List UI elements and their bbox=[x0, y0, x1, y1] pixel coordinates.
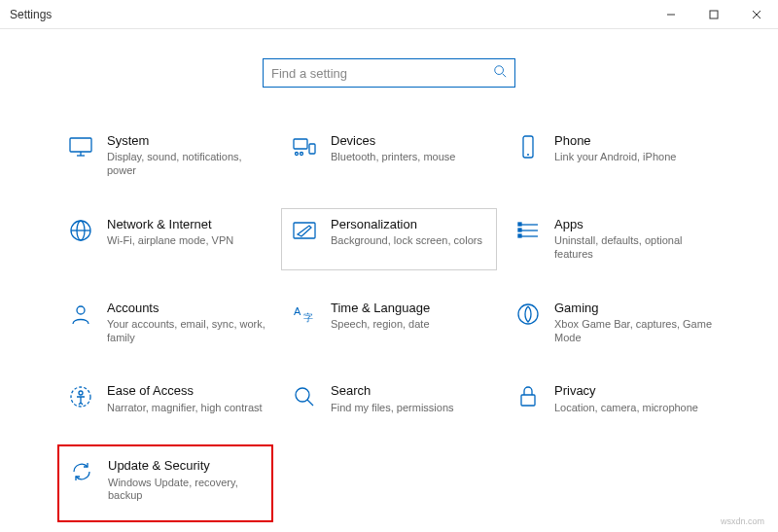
search-tile-icon bbox=[288, 383, 321, 410]
svg-rect-23 bbox=[518, 229, 521, 231]
tile-title: Ease of Access bbox=[107, 383, 263, 399]
time-language-icon: A字 bbox=[288, 301, 321, 328]
content-area: System Display, sound, notifications, po… bbox=[0, 29, 778, 522]
svg-rect-6 bbox=[70, 138, 91, 152]
search-box[interactable] bbox=[263, 58, 515, 88]
svg-rect-24 bbox=[518, 234, 521, 237]
tile-time-language[interactable]: A字 Time & Language Speech, region, date bbox=[281, 292, 497, 354]
svg-rect-22 bbox=[518, 223, 521, 226]
phone-icon bbox=[512, 133, 545, 160]
tile-desc: Link your Android, iPhone bbox=[554, 151, 676, 164]
tile-desc: Narrator, magnifier, high contrast bbox=[107, 402, 263, 415]
svg-point-28 bbox=[518, 304, 538, 324]
system-icon bbox=[64, 133, 97, 160]
tile-search[interactable]: Search Find my files, permissions bbox=[281, 374, 497, 423]
devices-icon bbox=[288, 133, 321, 160]
tile-desc: Xbox Game Bar, captures, Game Mode bbox=[554, 318, 714, 345]
svg-point-25 bbox=[77, 306, 85, 314]
update-security-icon bbox=[65, 458, 98, 485]
tile-devices[interactable]: Devices Bluetooth, printers, mouse bbox=[281, 124, 497, 187]
svg-line-5 bbox=[503, 74, 507, 78]
tile-title: Time & Language bbox=[331, 301, 430, 316]
tile-desc: Location, camera, microphone bbox=[554, 402, 698, 415]
tile-phone[interactable]: Phone Link your Android, iPhone bbox=[505, 124, 721, 187]
tile-desc: Bluetooth, printers, mouse bbox=[331, 151, 455, 164]
svg-text:A: A bbox=[294, 305, 301, 317]
window-title: Settings bbox=[10, 8, 52, 21]
tile-title: Update & Security bbox=[108, 458, 265, 474]
svg-rect-18 bbox=[294, 223, 315, 238]
titlebar: Settings bbox=[0, 0, 778, 29]
svg-rect-33 bbox=[521, 395, 535, 406]
tile-title: Privacy bbox=[554, 383, 698, 399]
svg-text:字: 字 bbox=[303, 312, 313, 323]
gaming-icon bbox=[512, 301, 545, 328]
close-button[interactable] bbox=[735, 0, 778, 29]
svg-point-4 bbox=[495, 66, 504, 75]
window-controls bbox=[650, 0, 778, 29]
svg-point-30 bbox=[79, 391, 83, 395]
tile-ease-of-access[interactable]: Ease of Access Narrator, magnifier, high… bbox=[57, 374, 273, 423]
maximize-button[interactable] bbox=[692, 0, 735, 29]
tile-desc: Background, lock screen, colors bbox=[331, 234, 482, 248]
svg-rect-9 bbox=[294, 139, 307, 149]
tile-personalization[interactable]: Personalization Background, lock screen,… bbox=[281, 208, 497, 270]
tile-desc: Find my files, permissions bbox=[331, 402, 454, 415]
svg-point-11 bbox=[296, 153, 299, 156]
minimize-button[interactable] bbox=[650, 0, 692, 29]
svg-point-31 bbox=[296, 388, 309, 402]
network-icon bbox=[64, 217, 97, 244]
tile-accounts[interactable]: Accounts Your accounts, email, sync, wor… bbox=[57, 292, 273, 354]
apps-icon bbox=[512, 217, 545, 244]
tile-title: Search bbox=[331, 383, 454, 399]
tile-title: Gaming bbox=[554, 301, 714, 316]
tile-network[interactable]: Network & Internet Wi-Fi, airplane mode,… bbox=[57, 208, 273, 270]
search-icon bbox=[493, 64, 507, 82]
tile-gaming[interactable]: Gaming Xbox Game Bar, captures, Game Mod… bbox=[505, 292, 721, 354]
tile-system[interactable]: System Display, sound, notifications, po… bbox=[57, 124, 273, 187]
tile-desc: Uninstall, defaults, optional features bbox=[554, 234, 714, 262]
tile-title: System bbox=[107, 133, 266, 149]
ease-of-access-icon bbox=[64, 383, 97, 410]
svg-point-12 bbox=[301, 153, 303, 156]
watermark: wsxdn.com bbox=[721, 516, 764, 526]
accounts-icon bbox=[64, 301, 97, 328]
tile-title: Network & Internet bbox=[107, 217, 233, 232]
tile-desc: Your accounts, email, sync, work, family bbox=[107, 318, 266, 345]
tile-title: Personalization bbox=[331, 217, 482, 232]
svg-rect-1 bbox=[710, 11, 718, 18]
personalization-icon bbox=[288, 217, 321, 244]
tile-title: Apps bbox=[554, 217, 714, 232]
tile-title: Accounts bbox=[107, 301, 266, 316]
tile-desc: Windows Update, recovery, backup bbox=[108, 477, 265, 504]
search-input[interactable] bbox=[271, 66, 485, 81]
tile-title: Phone bbox=[554, 133, 676, 149]
settings-grid: System Display, sound, notifications, po… bbox=[0, 124, 778, 522]
privacy-icon bbox=[512, 383, 545, 410]
tile-privacy[interactable]: Privacy Location, camera, microphone bbox=[505, 374, 721, 423]
tile-desc: Speech, region, date bbox=[331, 318, 430, 332]
tile-desc: Display, sound, notifications, power bbox=[107, 151, 266, 178]
tile-update-security[interactable]: Update & Security Windows Update, recove… bbox=[57, 444, 273, 522]
svg-line-32 bbox=[307, 400, 313, 406]
tile-title: Devices bbox=[331, 133, 455, 149]
tile-desc: Wi-Fi, airplane mode, VPN bbox=[107, 234, 233, 248]
tile-apps[interactable]: Apps Uninstall, defaults, optional featu… bbox=[505, 208, 721, 270]
svg-rect-10 bbox=[309, 144, 315, 154]
